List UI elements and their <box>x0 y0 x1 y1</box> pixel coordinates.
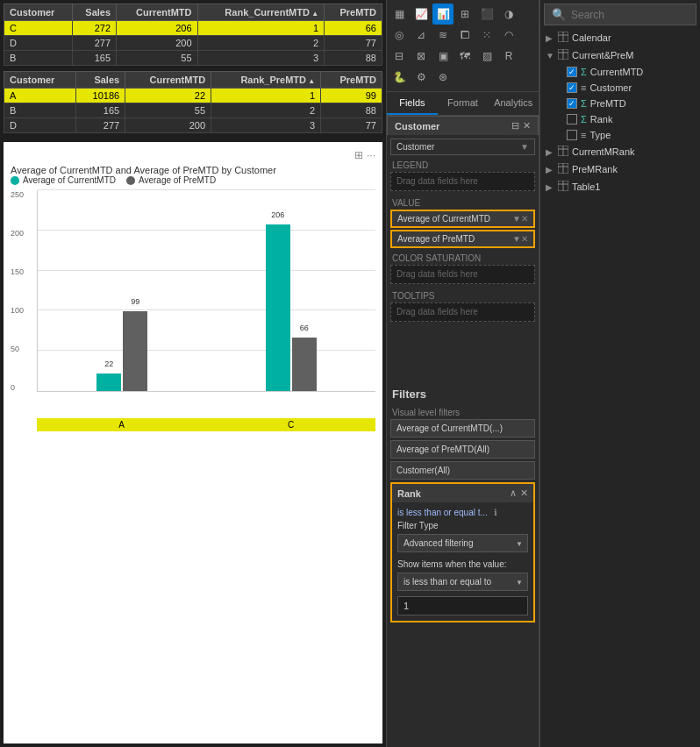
tree-item-table1[interactable]: ▶Table1 <box>540 178 700 196</box>
col-rank-premtd[interactable]: Rank_PreMTD <box>211 72 321 89</box>
viz-funnel[interactable]: ⊿ <box>411 25 432 46</box>
search-input[interactable] <box>571 9 700 21</box>
bar[interactable]: 206 <box>266 224 290 391</box>
viz-python[interactable]: 🐍 <box>389 67 410 88</box>
tab-format[interactable]: Format <box>438 92 489 115</box>
chevron-icon: ▶ <box>546 165 554 174</box>
viz-donut[interactable]: ◎ <box>389 25 410 46</box>
viz-analytics[interactable]: ⊛ <box>432 67 454 88</box>
viz-gear1[interactable]: ⚙ <box>411 67 432 88</box>
sigma-icon: Σ <box>581 67 587 77</box>
rank-filter-collapse[interactable]: ∧ <box>510 487 517 499</box>
viz-card[interactable]: ▣ <box>432 46 454 67</box>
viz-combo[interactable]: ⊞ <box>454 4 475 25</box>
color-drop-zone[interactable]: Drag data fields here <box>390 265 535 284</box>
more-icon[interactable]: ··· <box>367 149 375 161</box>
condition-select[interactable]: is less than or equal to <box>397 573 528 591</box>
checkbox-icon[interactable]: ✓ <box>567 98 577 109</box>
checkbox-icon[interactable] <box>567 114 577 125</box>
col-sales1[interactable]: Sales <box>72 4 116 21</box>
legend-drop-zone[interactable]: Drag data fields here <box>390 172 535 191</box>
col-customer1[interactable]: Customer <box>4 4 73 21</box>
field-icon: ≡ <box>581 130 586 140</box>
viz-bar[interactable]: 📊 <box>432 4 454 25</box>
tree-item-currentmtd[interactable]: ✓ΣCurrentMTD <box>540 64 700 80</box>
filter-avg-currentmtd[interactable]: Average of CurrentMTD(...) <box>390 419 535 438</box>
rank-filter-body: is less than or equal t... ℹ Filter Type… <box>392 502 533 621</box>
checkbox-icon[interactable]: ✓ <box>567 67 577 77</box>
tree-item-premrank[interactable]: ▶PreMRank <box>540 160 700 178</box>
field-customer-arrow: ▼ <box>520 142 529 152</box>
viz-filled-map[interactable]: ▨ <box>476 46 497 67</box>
fields-panel: Customer ▼ Legend Drag data fields here … <box>387 135 539 381</box>
rank-filter: Rank ∧ ✕ is less than or equal t... ℹ Fi… <box>390 482 535 622</box>
checkbox-icon[interactable]: ✓ <box>567 82 577 93</box>
viz-ribbon[interactable]: ≋ <box>432 25 454 46</box>
chevron-icon: ▶ <box>546 182 554 192</box>
tree-item-label: Calendar <box>572 32 695 43</box>
expand-icon[interactable]: ⊞ <box>354 149 363 161</box>
y-label: 50 <box>11 345 24 353</box>
tree-item-label: Table1 <box>572 181 695 192</box>
tree-item-calendar[interactable]: ▶Calendar <box>540 29 700 46</box>
viz-area[interactable]: ⬛ <box>476 4 497 25</box>
tree-item-current-prem[interactable]: ▼Current&PreM <box>540 46 700 64</box>
col-premtd1[interactable]: PreMTD <box>325 4 382 21</box>
viz-matrix[interactable]: ⊠ <box>411 46 432 67</box>
chart-container: ⊞ ··· Average of CurrentMTD and Average … <box>4 142 382 743</box>
bar[interactable]: 99 <box>123 311 147 391</box>
chip-avg-currentmtd-close[interactable]: ✕ <box>521 214 528 224</box>
col-customer2[interactable]: Customer <box>4 72 76 89</box>
viz-table[interactable]: ⊟ <box>389 46 410 67</box>
tree-item-customer[interactable]: ✓≡Customer <box>540 80 700 96</box>
rank-filter-close[interactable]: ✕ <box>520 487 528 499</box>
tab-analytics[interactable]: Analytics <box>488 92 539 115</box>
table-row: C272206166 <box>4 21 382 36</box>
chip-avg-premtd[interactable]: Average of PreMTD ▼ ✕ <box>390 230 535 248</box>
viz-r[interactable]: R <box>498 46 519 67</box>
tree-item-label: Type <box>589 130 695 140</box>
chip-avg-premtd-close[interactable]: ✕ <box>521 234 528 244</box>
tree-item-rank[interactable]: ΣRank <box>540 111 700 127</box>
col-premtd2[interactable]: PreMTD <box>321 72 382 89</box>
show-items-label: Show items when the value: <box>397 559 528 569</box>
viz-gauge[interactable]: ◠ <box>498 25 519 46</box>
legend-item: Average of PreMTD <box>126 175 216 185</box>
popup-close-icon[interactable]: ✕ <box>523 120 531 132</box>
col-currentmtd1[interactable]: CurrentMTD <box>117 4 197 21</box>
customer-popup-title: Customer <box>395 121 439 132</box>
filter-customer[interactable]: Customer(All) <box>390 461 535 480</box>
rank-filter-desc: is less than or equal t... ℹ <box>397 508 528 517</box>
bar[interactable]: 22 <box>96 374 121 391</box>
table2: Customer Sales CurrentMTD Rank_PreMTD Pr… <box>4 71 382 133</box>
right-panel: 🔍 ▶Calendar▼Current&PreM✓ΣCurrentMTD✓≡Cu… <box>539 0 700 747</box>
bar-value-label: 206 <box>271 210 284 219</box>
tree-item-label: PreMRank <box>572 164 695 174</box>
tooltips-drop-zone[interactable]: Drag data fields here <box>390 302 535 322</box>
advanced-filtering-select[interactable]: Advanced filtering <box>397 534 528 552</box>
chip-avg-currentmtd[interactable]: Average of CurrentMTD ▼ ✕ <box>390 210 535 228</box>
rank-value-input[interactable] <box>397 596 528 615</box>
viz-map[interactable]: 🗺 <box>454 46 475 67</box>
tab-fields[interactable]: Fields <box>387 92 438 115</box>
viz-scatter[interactable]: ⁙ <box>476 25 497 46</box>
viz-waterfall[interactable]: ⧠ <box>454 25 475 46</box>
popup-expand-icon[interactable]: ⊟ <box>511 120 519 132</box>
col-sales2[interactable]: Sales <box>76 72 125 89</box>
chip-avg-currentmtd-arrow: ▼ <box>512 214 521 224</box>
tree-item-currentmrank[interactable]: ▶CurrentMRank <box>540 143 700 160</box>
filter-avg-premtd[interactable]: Average of PreMTD(All) <box>390 440 535 459</box>
viz-line[interactable]: 📈 <box>411 4 432 25</box>
checkbox-icon[interactable] <box>567 130 577 140</box>
legend-label: Average of CurrentMTD <box>23 175 116 185</box>
tree-item-type[interactable]: ≡Type <box>540 127 700 143</box>
viz-pie[interactable]: ◑ <box>498 4 519 25</box>
popup-header-controls: ⊟ ✕ <box>511 120 531 132</box>
bar[interactable]: 66 <box>292 338 317 391</box>
col-rank-currentmtd[interactable]: Rank_CurrentMTD <box>197 4 325 21</box>
tree-item-premtd[interactable]: ✓ΣPreMTD <box>540 96 700 111</box>
viz-stacked-bar[interactable]: ▦ <box>389 4 410 25</box>
legend-label: Average of PreMTD <box>139 175 216 185</box>
filters-title: Filters <box>390 384 535 406</box>
col-currentmtd2[interactable]: CurrentMTD <box>125 72 211 89</box>
